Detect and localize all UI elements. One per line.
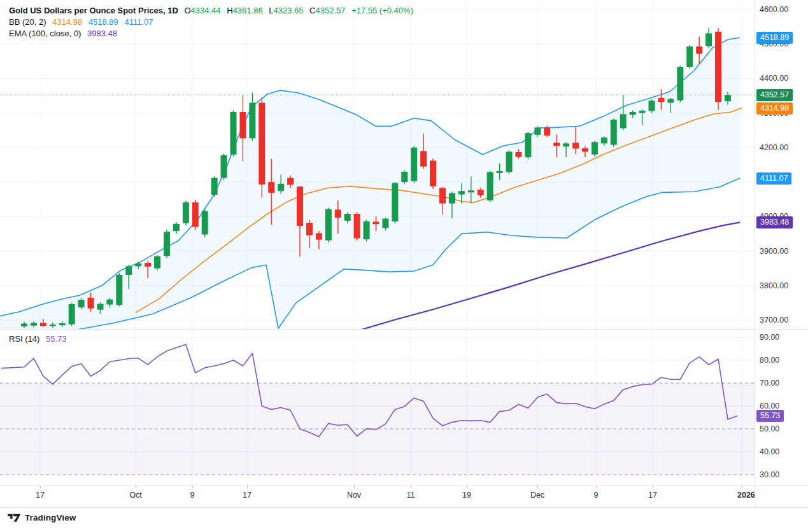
candle[interactable] [354,212,360,241]
tradingview-attribution[interactable]: TradingView [8,513,76,522]
candle-body [78,300,85,307]
candle-body [221,155,227,178]
candle-body [667,99,674,102]
candle[interactable] [611,118,617,147]
candle-body [116,275,122,305]
close-value: 4352.57 [316,6,346,15]
candle[interactable] [592,141,598,157]
candle[interactable] [430,158,436,189]
candle-body [401,172,408,182]
price-axis[interactable]: 4600.004500.004400.004300.004200.004100.… [755,0,808,507]
candle-body [506,151,513,172]
candle-body [135,263,141,266]
rsi-pane[interactable]: RSI (14) 55.73 [0,330,755,486]
candle[interactable] [487,171,493,202]
pane-separator[interactable] [0,329,808,330]
candle-body [677,67,683,101]
axis-label: 50.00 [760,424,779,434]
candle[interactable] [677,66,683,102]
candle-body [715,32,721,102]
candle-body [705,33,712,46]
candle[interactable] [686,45,693,69]
candle-body [173,224,180,231]
candle-body [534,127,541,134]
axis-label: 80.00 [760,355,779,365]
candle[interactable] [164,230,170,258]
candle[interactable] [364,220,370,242]
candle-body [382,219,388,228]
time-axis[interactable]: 17Oct917Nov1119Dec9172026 [0,486,755,507]
candle[interactable] [173,222,180,234]
candle-body [572,143,579,148]
candle[interactable] [506,150,513,174]
candle[interactable] [696,37,702,64]
candle-body [297,186,303,226]
candle[interactable] [192,200,199,230]
chart-widget: Gold US Dollars per Ounce Spot Prices, 1… [0,0,808,532]
candle[interactable] [230,110,237,157]
candle-body [344,214,351,221]
candle-body [449,193,455,203]
candle-body [515,152,521,157]
price-badge: 4352.57 [756,89,793,101]
candle-body [392,183,398,221]
candle-body [164,232,170,256]
candle[interactable] [202,209,208,237]
candle-body [544,127,550,135]
candle[interactable] [116,273,122,306]
rsi-chart-svg[interactable] [0,330,755,486]
time-axis-separator [0,486,808,486]
candle-body [21,323,27,326]
candle[interactable] [715,28,721,110]
axis-label: 3700.00 [760,315,788,325]
candle-body [468,190,474,192]
candle-body [31,323,37,325]
candle-body [487,172,493,200]
open-label: O [184,6,190,15]
candle[interactable] [401,171,408,185]
candle[interactable] [221,153,227,180]
axis-label: 4200.00 [760,143,788,153]
candle-body [372,221,379,224]
candle-body [364,221,370,239]
axis-label: 40.00 [760,447,779,457]
candle[interactable] [705,27,712,48]
candle-body [192,202,199,227]
candle[interactable] [183,200,189,225]
candle-body [620,114,627,128]
price-badge: 4314.98 [756,102,793,115]
price-chart-svg[interactable] [0,0,755,329]
candle-body [202,211,208,235]
candle-body [69,304,75,324]
candle-body [106,299,113,304]
candle[interactable] [249,93,255,141]
candle[interactable] [525,132,531,159]
candle-body [40,323,46,326]
candle-body [230,112,237,155]
candle-body [563,143,569,146]
bb-upper-value: 4518.89 [89,17,118,27]
candle-body [50,325,56,326]
candle[interactable] [154,255,160,270]
candle[interactable] [69,303,75,326]
candle[interactable] [259,97,265,197]
candle-body [239,112,246,138]
candle-body [97,304,103,310]
candle[interactable] [211,176,218,197]
candle[interactable] [392,182,398,223]
ema-label: EMA (100, close, 0) [9,29,81,38]
candle-body [601,137,607,143]
time-tick-label: 17 [648,491,657,500]
candle[interactable] [325,207,332,242]
axis-label: 4600.00 [760,4,788,15]
price-pane[interactable]: Gold US Dollars per Ounce Spot Prices, 1… [0,0,755,329]
candle-body [211,178,218,195]
candle-body [582,148,588,151]
time-tick-label: 11 [407,491,415,500]
axis-label: 70.00 [760,378,779,388]
symbol-title: Gold US Dollars per Ounce Spot Prices, 1… [9,6,178,15]
candle[interactable] [411,146,417,183]
candle-body [125,266,132,275]
candle-body [525,133,531,157]
candle-body [458,191,465,194]
